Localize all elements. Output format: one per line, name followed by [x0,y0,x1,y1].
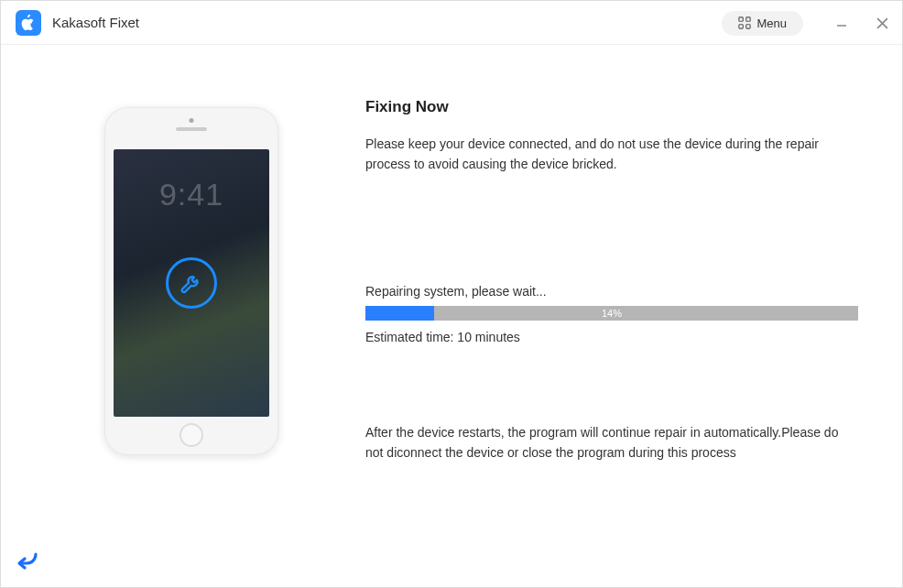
menu-button[interactable]: Menu [722,11,803,36]
wrench-icon [166,257,217,309]
menu-label: Menu [756,16,787,30]
phone-lock-time: 9:41 [114,177,269,212]
close-button[interactable] [862,1,902,45]
menu-grid-icon [738,16,751,29]
phone-speaker [176,127,207,131]
page-heading: Fixing Now [365,98,858,116]
instruction-text: Please keep your device connected, and d… [365,135,858,174]
device-preview-column: 9:41 [36,89,347,517]
svg-rect-1 [746,17,750,21]
titlebar: Kakasoft Fixet Menu [1,1,902,45]
phone-home-button [180,423,203,447]
close-icon [876,17,888,29]
app-logo-icon [16,10,41,36]
phone-screen: 9:41 [114,149,269,417]
svg-rect-0 [739,17,743,21]
estimated-time: Estimated time: 10 minutes [365,330,858,344]
minimize-button[interactable] [821,1,862,45]
back-arrow-icon [16,550,39,571]
svg-rect-3 [746,25,750,28]
minimize-icon [836,17,847,28]
phone-camera-dot [190,118,194,123]
progress-bar: 14% [365,306,858,321]
footer-note: After the device restarts, the program w… [365,423,858,463]
app-title: Kakasoft Fixet [52,15,139,30]
status-text: Repairing system, please wait... [365,284,858,299]
info-column: Fixing Now Please keep your device conne… [347,89,867,517]
app-window: Kakasoft Fixet Menu [0,0,903,588]
back-button[interactable] [16,550,39,574]
window-controls: Menu [722,1,902,45]
svg-rect-2 [739,25,743,28]
content-area: 9:41 Fixing Now Please keep your device … [8,52,895,536]
phone-mockup: 9:41 [104,107,278,455]
progress-percent-label: 14% [365,306,858,321]
